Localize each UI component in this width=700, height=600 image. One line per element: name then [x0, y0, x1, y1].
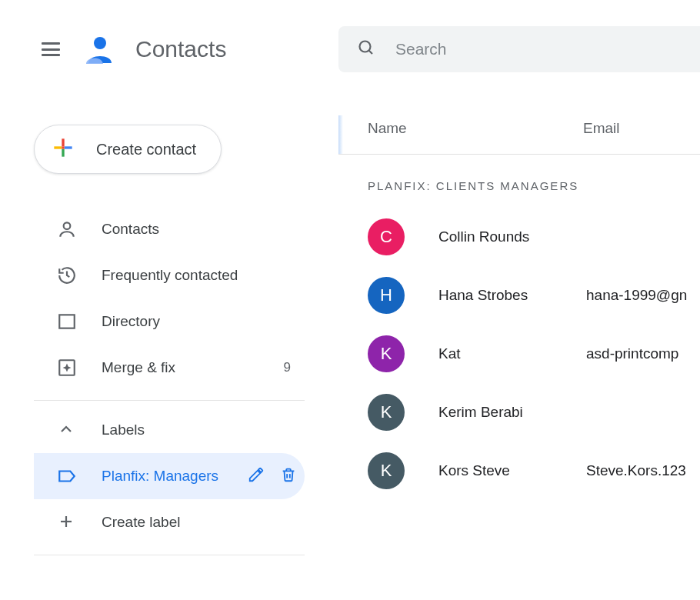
search-input[interactable] [395, 40, 700, 58]
avatar: K [368, 452, 405, 489]
sidebar-item-label: Merge & fix [102, 359, 175, 376]
chevron-up-icon [57, 420, 77, 440]
contact-name: Hana Strobes [438, 287, 586, 304]
svg-rect-5 [62, 149, 64, 157]
labels-heading: Labels [102, 422, 145, 438]
section-title: PLANFIX: CLIENTS MANAGERS [338, 155, 700, 208]
create-label-text: Create label [102, 514, 180, 531]
edit-label-button[interactable] [248, 466, 265, 487]
sparkle-box-icon [57, 358, 77, 378]
contact-row[interactable]: KKatasd-printcomp [338, 325, 700, 383]
contact-name: Kat [438, 345, 586, 362]
avatar: K [368, 394, 405, 431]
svg-rect-7 [62, 146, 64, 148]
svg-rect-3 [62, 138, 64, 146]
label-text: Planfix: Managers [102, 468, 218, 485]
app-title: Contacts [135, 36, 226, 62]
svg-rect-4 [65, 146, 72, 148]
svg-point-8 [64, 222, 71, 229]
contact-email: hana-1999@gn [586, 287, 687, 304]
contact-name: Kors Steve [438, 462, 586, 479]
contact-row[interactable]: HHana Strobeshana-1999@gn [338, 266, 700, 325]
plus-icon [57, 512, 77, 532]
column-name: Name [368, 120, 583, 137]
plus-icon [52, 136, 75, 162]
contacts-logo-icon [83, 32, 117, 66]
merge-fix-count: 9 [284, 360, 291, 375]
sidebar-item-label: Frequently contacted [102, 267, 238, 284]
sidebar-labels-toggle[interactable]: Labels [34, 407, 305, 453]
building-icon [57, 312, 77, 332]
contact-row[interactable]: CCollin Rounds [338, 208, 700, 266]
table-header: Name Email [338, 120, 700, 155]
svg-line-2 [369, 51, 373, 55]
divider [34, 400, 305, 401]
history-icon [57, 265, 77, 285]
column-email: Email [583, 120, 620, 137]
avatar: K [368, 335, 405, 372]
contact-row[interactable]: KKors SteveSteve.Kors.123 [338, 442, 700, 500]
search-icon [357, 38, 375, 60]
sidebar: Create contact Contacts [0, 98, 338, 600]
avatar: C [368, 218, 405, 255]
avatar: H [368, 277, 405, 314]
sidebar-item-directory[interactable]: Directory [34, 298, 305, 345]
search-bar[interactable] [338, 26, 700, 72]
label-icon [57, 466, 77, 486]
contact-row[interactable]: KKerim Berabi [338, 383, 700, 442]
main-content: Name Email PLANFIX: CLIENTS MANAGERS CCo… [338, 98, 700, 600]
sidebar-item-merge-fix[interactable]: Merge & fix 9 [34, 345, 305, 391]
svg-point-0 [94, 37, 106, 49]
sidebar-item-frequent[interactable]: Frequently contacted [34, 252, 305, 298]
svg-rect-9 [59, 315, 75, 328]
contact-email: Steve.Kors.123 [586, 462, 686, 479]
sidebar-item-label: Directory [102, 313, 160, 330]
create-contact-button[interactable]: Create contact [34, 125, 222, 174]
hamburger-icon[interactable] [42, 40, 60, 58]
create-contact-label: Create contact [96, 141, 196, 158]
sidebar-item-label: Contacts [102, 221, 159, 238]
create-label-button[interactable]: Create label [34, 499, 305, 545]
divider [34, 555, 305, 555]
svg-point-1 [360, 42, 371, 52]
person-icon [57, 219, 77, 239]
contact-name: Kerim Berabi [438, 404, 586, 421]
delete-label-button[interactable] [280, 466, 297, 487]
contact-email: asd-printcomp [586, 345, 678, 362]
svg-rect-6 [54, 146, 62, 148]
sidebar-label-planfix-managers[interactable]: Planfix: Managers [34, 453, 305, 499]
sidebar-item-contacts[interactable]: Contacts [34, 206, 305, 252]
contact-name: Collin Rounds [438, 228, 586, 245]
